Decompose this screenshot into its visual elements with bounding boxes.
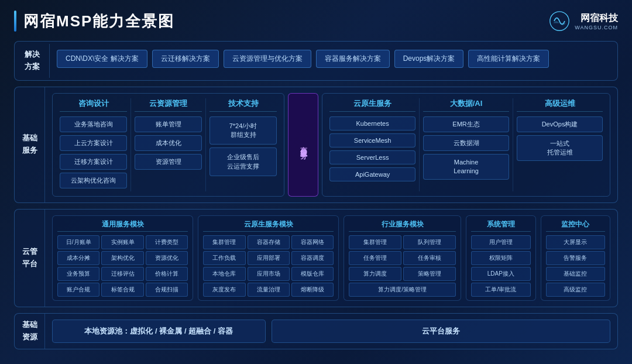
gm-item-6: 业务预算 bbox=[57, 267, 99, 281]
gm-item-5: 资源优化 bbox=[146, 251, 188, 265]
solutions-row: CDN\DX\安全 解决方案 云迁移解决方案 云资源管理与优化方案 容器服务解决… bbox=[57, 50, 610, 68]
solution-item-3: 容器服务解决方案 bbox=[316, 50, 390, 68]
general-grid: 日/月账单 实例账单 计费类型 成本分摊 架构优化 资源优化 业务预算 迁移评估… bbox=[57, 235, 188, 297]
im-item-3: 任务审核 bbox=[403, 251, 456, 265]
nm-item-8: 模版仓库 bbox=[291, 267, 334, 281]
im-item-2: 任务管理 bbox=[349, 251, 401, 265]
gm-item-8: 价格计算 bbox=[146, 267, 188, 281]
bigdata-item-2: MachineLearning bbox=[423, 154, 509, 180]
ops-item-1: 一站式托管运维 bbox=[517, 135, 603, 162]
im-item-0: 集群管理 bbox=[349, 235, 401, 249]
cloud-resource-title: 云资源管理 bbox=[135, 98, 202, 112]
bigdata-item-0: EMR生态 bbox=[423, 116, 509, 132]
nm-item-11: 熔断降级 bbox=[291, 283, 334, 297]
tech-support-group: 技术支持 7*24/小时群组支持 企业级售后云运营支撑 bbox=[206, 98, 280, 191]
industry-service-module: 行业服务模块 集群管理 队列管理 任务管理 任务审核 算力调度 策略管理 算力调… bbox=[344, 215, 461, 301]
base-services-label: 基础服务 bbox=[15, 87, 45, 202]
gm-item-2: 计费类型 bbox=[146, 235, 188, 249]
consulting-item-2: 迁移方案设计 bbox=[60, 154, 127, 170]
cp-modules-row: 通用服务模块 日/月账单 实例账单 计费类型 成本分摊 架构优化 资源优化 业务… bbox=[52, 215, 610, 301]
system-module-title: 系统管理 bbox=[471, 219, 530, 232]
base-resources-content: 本地资源池：虚拟化 / 裸金属 / 超融合 / 容器 云平台服务 bbox=[45, 314, 617, 349]
gm-item-11: 合规扫描 bbox=[146, 283, 188, 297]
gm-item-4: 架构优化 bbox=[101, 251, 143, 265]
tech-item-1: 企业级售后云运营支撑 bbox=[209, 147, 277, 176]
solution-item-1: 云迁移解决方案 bbox=[152, 50, 219, 68]
logo-chinese: 网宿科技 bbox=[575, 12, 618, 25]
cloud-native-group: 云原生服务 Kubernetes ServiceMesh ServerLess … bbox=[326, 98, 420, 191]
gm-item-9: 账户合规 bbox=[57, 283, 99, 297]
page-title: 网宿MSP能力全景图 bbox=[23, 11, 174, 32]
sm-item-2: LDAP接入 bbox=[471, 267, 530, 281]
consulting-group: 咨询设计 业务落地咨询 上云方案设计 迁移方案设计 云架构优化咨询 bbox=[56, 98, 131, 191]
ops-item-0: DevOps构建 bbox=[517, 116, 603, 132]
gm-item-1: 实例账单 bbox=[101, 235, 143, 249]
solutions-label: 解决方案 bbox=[15, 44, 50, 78]
im-item-4: 算力调度 bbox=[349, 267, 401, 281]
cloud-native-module-title: 云原生服务模块 bbox=[203, 219, 334, 232]
resources-row: 本地资源池：虚拟化 / 裸金属 / 超融合 / 容器 云平台服务 bbox=[52, 320, 610, 343]
logo-text-block: 网宿科技 WANGSU.COM bbox=[575, 12, 618, 30]
nm-item-7: 应用市场 bbox=[248, 267, 290, 281]
nm-item-5: 容器调度 bbox=[291, 251, 334, 265]
logo-icon bbox=[549, 11, 570, 32]
gm-item-10: 标签合规 bbox=[101, 283, 143, 297]
sm-item-3: 工单/审批流 bbox=[471, 283, 530, 297]
consulting-item-3: 云架构优化咨询 bbox=[60, 173, 127, 188]
solution-item-0: CDN\DX\安全 解决方案 bbox=[57, 50, 147, 68]
page-header: 网宿MSP能力全景图 网宿科技 WANGSU.COM bbox=[14, 11, 618, 32]
consulting-item-1: 上云方案设计 bbox=[60, 135, 127, 151]
advanced-badge-text: 高级服务 bbox=[298, 141, 308, 148]
title-decoration bbox=[14, 11, 16, 32]
monitoring-center-module: 监控中心 大屏显示 告警服务 基础监控 高级监控 bbox=[541, 215, 610, 301]
gm-item-7: 迁移评估 bbox=[101, 267, 143, 281]
bigdata-group: 大数据/AI EMR生态 云数据湖 MachineLearning bbox=[420, 98, 513, 191]
im-item-1: 队列管理 bbox=[403, 235, 456, 249]
cloud-platform-label: 云管平台 bbox=[15, 210, 45, 307]
solution-item-5: 高性能计算解决方案 bbox=[468, 50, 549, 68]
cloud-resource-box: 云平台服务 bbox=[272, 320, 611, 343]
cloud-platform-section: 云管平台 通用服务模块 日/月账单 实例账单 计费类型 成本分摊 架构优化 资源… bbox=[14, 209, 618, 307]
cloud-res-item-0: 账单管理 bbox=[135, 116, 202, 132]
base-resources-label: 基础资源 bbox=[15, 314, 45, 349]
industry-module-title: 行业服务模块 bbox=[349, 219, 456, 232]
bigdata-item-1: 云数据湖 bbox=[423, 135, 509, 151]
monitoring-module-title: 监控中心 bbox=[546, 219, 605, 232]
nm-item-1: 容器存储 bbox=[248, 235, 290, 249]
tech-item-0: 7*24/小时群组支持 bbox=[209, 116, 277, 145]
nm-item-3: 工作负载 bbox=[203, 251, 245, 265]
solutions-content: CDN\DX\安全 解决方案 云迁移解决方案 云资源管理与优化方案 容器服务解决… bbox=[50, 44, 617, 78]
cloud-native-service-module: 云原生服务模块 集群管理 容器存储 容器网络 工作负载 应用部署 容器调度 本地… bbox=[198, 215, 339, 301]
cloud-native-title: 云原生服务 bbox=[329, 98, 415, 112]
im-item-6: 算力调度/策略管理 bbox=[349, 283, 456, 297]
tech-support-title: 技术支持 bbox=[209, 98, 277, 112]
gm-item-3: 成本分摊 bbox=[57, 251, 99, 265]
system-grid: 用户管理 权限矩阵 LDAP接入 工单/审批流 bbox=[471, 235, 530, 297]
advanced-services-badge: 高级服务 bbox=[288, 93, 318, 197]
system-management-module: 系统管理 用户管理 权限矩阵 LDAP接入 工单/审批流 bbox=[466, 215, 535, 301]
mon-item-0: 大屏显示 bbox=[546, 235, 605, 249]
cloud-platform-content: 通用服务模块 日/月账单 实例账单 计费类型 成本分摊 架构优化 资源优化 业务… bbox=[45, 210, 617, 307]
nm-item-4: 应用部署 bbox=[248, 251, 290, 265]
right-services-block: 云原生服务 Kubernetes ServiceMesh ServerLess … bbox=[322, 93, 610, 197]
industry-grid: 集群管理 队列管理 任务管理 任务审核 算力调度 策略管理 算力调度/策略管理 bbox=[349, 235, 456, 297]
mon-item-2: 基础监控 bbox=[546, 267, 605, 281]
logo-english: WANGSU.COM bbox=[575, 25, 618, 30]
nm-item-10: 流量治理 bbox=[248, 283, 290, 297]
nm-item-2: 容器网络 bbox=[291, 235, 334, 249]
base-resources-section: 基础资源 本地资源池：虚拟化 / 裸金属 / 超融合 / 容器 云平台服务 bbox=[14, 313, 618, 349]
services-main: 咨询设计 业务落地咨询 上云方案设计 迁移方案设计 云架构优化咨询 云资源管理 … bbox=[52, 93, 610, 197]
cloud-res-item-1: 成本优化 bbox=[135, 135, 202, 151]
monitoring-grid: 大屏显示 告警服务 基础监控 高级监控 bbox=[546, 235, 605, 297]
nm-item-6: 本地仓库 bbox=[203, 267, 245, 281]
base-services-section: 基础服务 咨询设计 业务落地咨询 上云方案设计 迁移方案设计 云架构优化咨询 云… bbox=[14, 87, 618, 203]
local-resource-box: 本地资源池：虚拟化 / 裸金属 / 超融合 / 容器 bbox=[52, 320, 266, 343]
cloud-resource-group: 云资源管理 账单管理 成本优化 资源管理 bbox=[131, 98, 206, 191]
gm-item-0: 日/月账单 bbox=[57, 235, 99, 249]
general-module-title: 通用服务模块 bbox=[57, 219, 188, 232]
native-item-0: Kubernetes bbox=[329, 116, 415, 131]
native-item-2: ServerLess bbox=[329, 150, 415, 164]
solution-item-4: Devops解决方案 bbox=[394, 50, 464, 68]
advanced-ops-title: 高级运维 bbox=[517, 98, 603, 112]
advanced-ops-group: 高级运维 DevOps构建 一站式托管运维 bbox=[513, 98, 606, 191]
